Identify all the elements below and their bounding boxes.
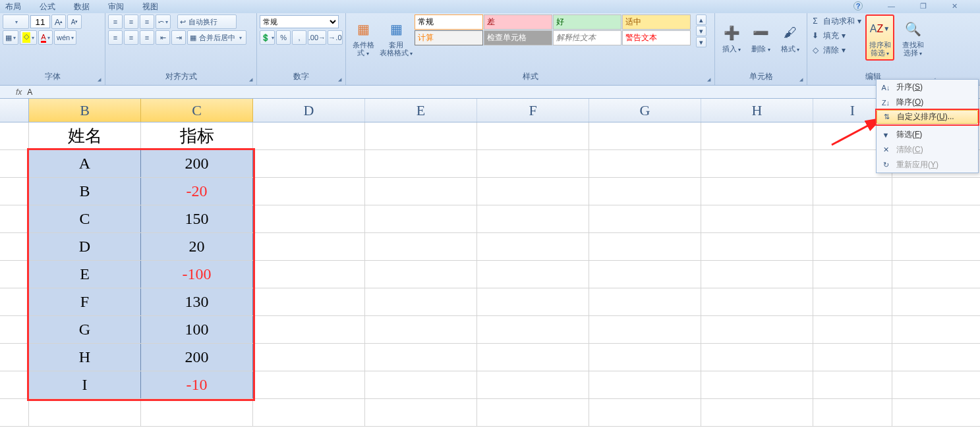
autosum-button[interactable]: Σ自动求和 ▾ (810, 14, 861, 28)
style-cell[interactable]: 好 (553, 14, 621, 30)
increase-font-button[interactable]: A▴ (51, 14, 66, 29)
cell[interactable]: F (29, 288, 141, 315)
clear-button[interactable]: ◇清除 ▾ (810, 43, 861, 57)
style-cell[interactable]: 检查单元格 (484, 30, 552, 45)
cell[interactable] (589, 150, 701, 177)
sort-filter-button[interactable]: AZ▼ 排序和 筛选 (865, 14, 894, 61)
gallery-down-button[interactable]: ▾ (696, 26, 706, 36)
cell[interactable] (589, 316, 701, 343)
cell[interactable] (589, 288, 701, 315)
align-top-button[interactable]: ≡ (108, 14, 123, 29)
phonetic-button[interactable]: wén (54, 30, 76, 45)
cell[interactable] (589, 399, 701, 426)
worksheet[interactable]: BCDEFGHI 姓名指标A200B-20C150D20E-100F130G10… (0, 99, 980, 428)
cell[interactable] (701, 399, 813, 426)
cell[interactable] (365, 344, 477, 371)
cell[interactable] (477, 399, 589, 426)
align-center-button[interactable]: ≡ (124, 30, 138, 45)
cell[interactable] (813, 178, 892, 205)
cell[interactable] (253, 399, 365, 426)
cell[interactable] (813, 205, 892, 232)
cell[interactable] (253, 122, 365, 149)
help-icon[interactable]: ? (853, 1, 863, 11)
menu-data[interactable]: 数据 (74, 1, 90, 13)
cell[interactable]: -20 (141, 178, 253, 205)
restore-icon[interactable]: ❐ (920, 2, 927, 11)
cell[interactable]: 150 (141, 205, 253, 232)
cell[interactable]: 130 (141, 288, 253, 315)
cell[interactable] (701, 178, 813, 205)
indent-inc-button[interactable]: ⇥ (171, 30, 186, 45)
style-cell[interactable]: 警告文本 (622, 30, 691, 45)
cell[interactable] (477, 233, 589, 260)
style-cell[interactable]: 解释性文本 (553, 30, 621, 45)
comma-button[interactable]: , (292, 30, 306, 45)
style-cell[interactable]: 计算 (415, 30, 483, 45)
cell[interactable] (813, 288, 892, 315)
column-header[interactable]: E (365, 99, 477, 122)
cell[interactable] (813, 371, 892, 398)
cell[interactable]: 20 (141, 233, 253, 260)
cell[interactable] (701, 316, 813, 343)
cell[interactable] (365, 205, 477, 232)
column-header[interactable]: B (29, 99, 141, 122)
cell[interactable]: G (29, 316, 141, 343)
currency-button[interactable]: 💲 (260, 30, 275, 45)
cell[interactable] (701, 205, 813, 232)
menu-formula[interactable]: 公式 (40, 1, 55, 13)
font-size-input[interactable] (30, 15, 50, 28)
cell[interactable] (477, 344, 589, 371)
cell[interactable]: C (29, 205, 141, 232)
cell[interactable] (141, 399, 253, 426)
format-as-table-button[interactable]: ▦ 套用 表格格式 (382, 14, 411, 61)
cell[interactable] (813, 233, 892, 260)
cell[interactable] (477, 150, 589, 177)
cell[interactable] (477, 178, 589, 205)
sort-desc-item[interactable]: Z↓降序(O) (877, 95, 978, 110)
cell[interactable] (253, 316, 365, 343)
align-middle-button[interactable]: ≡ (124, 14, 138, 29)
cell[interactable]: 100 (141, 316, 253, 343)
cell[interactable] (589, 233, 701, 260)
cell[interactable] (253, 261, 365, 288)
grid-body[interactable]: 姓名指标A200B-20C150D20E-100F130G100H200I-10 (0, 122, 980, 428)
cell[interactable]: I (29, 371, 141, 398)
cell[interactable] (365, 399, 477, 426)
border-button[interactable]: ▦ (3, 30, 18, 45)
cell[interactable]: -100 (141, 261, 253, 288)
cell[interactable]: 姓名 (29, 122, 141, 149)
cell[interactable] (701, 261, 813, 288)
format-button[interactable]: 🖌格式 (776, 14, 804, 61)
increase-decimal-button[interactable]: .00→ (308, 30, 326, 45)
cell[interactable] (589, 344, 701, 371)
cell[interactable] (813, 261, 892, 288)
cell[interactable] (365, 371, 477, 398)
cell[interactable] (365, 233, 477, 260)
select-all-corner[interactable] (0, 99, 29, 122)
cell[interactable] (253, 150, 365, 177)
cell[interactable] (813, 344, 892, 371)
cell[interactable] (365, 150, 477, 177)
insert-button[interactable]: ➕插入 (718, 14, 745, 61)
cell[interactable] (365, 122, 477, 149)
style-cell[interactable]: 适中 (622, 14, 691, 30)
cell[interactable] (701, 150, 813, 177)
percent-button[interactable]: % (276, 30, 291, 45)
cell[interactable] (813, 316, 892, 343)
menu-review[interactable]: 审阅 (108, 1, 124, 13)
cell[interactable]: A (29, 150, 141, 177)
align-bottom-button[interactable]: ≡ (140, 14, 154, 29)
cell[interactable]: H (29, 344, 141, 371)
menu-view[interactable]: 视图 (142, 1, 158, 13)
cell[interactable]: E (29, 261, 141, 288)
decrease-font-button[interactable]: A▾ (67, 14, 82, 29)
column-header[interactable]: G (589, 99, 701, 122)
cell[interactable] (589, 205, 701, 232)
cell[interactable] (477, 316, 589, 343)
cell[interactable] (253, 205, 365, 232)
delete-button[interactable]: ➖删除 (747, 14, 774, 61)
cell[interactable] (477, 122, 589, 149)
cell[interactable] (29, 399, 141, 426)
cell[interactable] (477, 205, 589, 232)
cell[interactable]: 200 (141, 150, 253, 177)
